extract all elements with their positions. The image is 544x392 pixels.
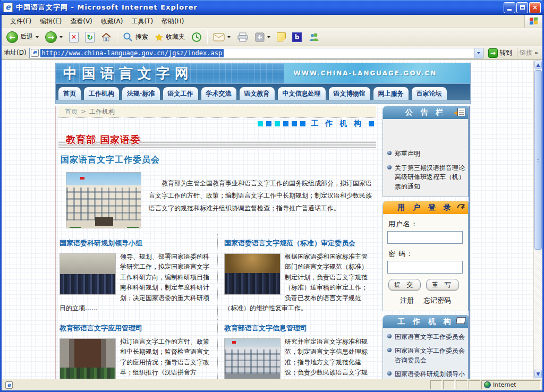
vertical-scrollbar[interactable]: ▲ ▼: [533, 60, 542, 379]
mail-dropdown-icon[interactable]: [227, 36, 231, 38]
tab-home[interactable]: 首页: [58, 87, 81, 100]
menu-file[interactable]: 文件(F): [6, 15, 36, 28]
org-link[interactable]: 国家语委科研规划领导小组: [387, 370, 465, 379]
register-link[interactable]: 注册: [400, 296, 414, 305]
org-link[interactable]: 国家语言文字工作委员会咨询委员会: [387, 346, 465, 365]
edit-dropdown-icon[interactable]: [267, 36, 270, 38]
forgot-password-link[interactable]: 忘记密码: [423, 296, 451, 305]
tab-forum[interactable]: 百家论坛: [411, 87, 447, 100]
tab-museum[interactable]: 语文博物馆: [328, 87, 371, 100]
messenger-button[interactable]: [305, 31, 322, 43]
marker-square: [275, 121, 280, 126]
org-title[interactable]: 教育部语言文字应用管理司: [60, 323, 212, 333]
scrollbar-thumb[interactable]: [534, 70, 542, 250]
scroll-up-button[interactable]: ▲: [534, 61, 542, 69]
marker-square: [283, 121, 288, 126]
tab-education[interactable]: 语文教育: [239, 87, 275, 100]
print-icon: [237, 32, 249, 42]
address-input[interactable]: e http://www.china-language.gov.cn/jgsz/…: [29, 48, 483, 58]
org-link[interactable]: 国家语言文字工作委员会: [387, 333, 465, 342]
toolbar-separator: [117, 31, 117, 44]
notes-button[interactable]: [274, 31, 288, 42]
search-button[interactable]: 搜索: [120, 31, 151, 44]
tab-language-work[interactable]: 语文工作: [163, 87, 199, 100]
home-button[interactable]: [98, 31, 114, 44]
tab-academic[interactable]: 学术交流: [201, 87, 237, 100]
menu-tools[interactable]: 工具(T): [127, 15, 157, 28]
back-dropdown-icon[interactable]: [36, 36, 39, 38]
org-cell: 教育部语言文字信息管理司 研究并审定语言文字标准和规范，制定语言文字信息处理标准…: [217, 319, 376, 379]
committee-title[interactable]: 国家语言文字工作委员会: [61, 155, 376, 166]
forward-icon: →: [45, 31, 57, 43]
org-title[interactable]: 教育部语言文字信息管理司: [224, 323, 371, 333]
links-chevron-icon[interactable]: »: [534, 49, 538, 56]
print-button[interactable]: [234, 31, 251, 43]
org-row-1: 国家语委科研规划领导小组 领导、规划、部署国家语委的科学研究工作，拟定国家语言文…: [58, 234, 376, 319]
menu-view[interactable]: 查看(V): [66, 15, 97, 28]
internet-globe-icon: [484, 381, 491, 388]
address-dropdown-button[interactable]: [474, 48, 483, 58]
stop-icon: ✕: [69, 32, 79, 42]
blue-b-button[interactable]: b: [290, 31, 304, 43]
maximize-button[interactable]: [516, 2, 528, 13]
tab-online-service[interactable]: 网上服务: [373, 87, 409, 100]
minimize-button[interactable]: [504, 2, 515, 13]
sidebar: 公 告 栏 郑重声明 关于第三期汉语拼音理论高级研修班返: [382, 106, 470, 379]
submit-button[interactable]: 提 交: [388, 279, 421, 291]
links-bar[interactable]: 链接 »: [517, 48, 540, 57]
webpage: 中国语言文字网 WWW.CHINA-LANGUAGE.GOV.CN 首页 工作机…: [55, 63, 471, 379]
close-button[interactable]: ×: [529, 2, 541, 13]
login-hand-icon: [457, 203, 465, 210]
username-input[interactable]: [387, 231, 463, 244]
org-title[interactable]: 国家语委语言文字规范（标准）审定委员会: [224, 238, 371, 248]
status-bar: e Internet: [2, 379, 542, 390]
site-logo: 中国语言文字网: [63, 64, 193, 83]
go-button[interactable]: → 转到: [486, 48, 514, 58]
announcement-item[interactable]: 关于第三期汉语拼音理论高级研修班返程车（机）票的通知: [387, 164, 465, 191]
windows-logo-icon: [524, 15, 542, 28]
nav-strip: [55, 100, 471, 104]
breadcrumb: 首页 > 工作机构: [58, 106, 376, 117]
password-input[interactable]: [387, 261, 463, 274]
menu-edit[interactable]: 编辑(E): [36, 15, 66, 28]
menu-help[interactable]: 帮助(H): [157, 15, 188, 28]
announcements-header: 公 告 栏: [383, 106, 468, 119]
bullet-icon: [387, 165, 392, 169]
breadcrumb-home[interactable]: 首页: [65, 107, 78, 116]
note-icon: [277, 32, 286, 41]
forward-button[interactable]: →: [42, 30, 65, 44]
ie-icon: e: [3, 3, 13, 12]
site-domain: WWW.CHINA-LANGUAGE.GOV.CN: [294, 70, 437, 77]
marker-square: [369, 121, 374, 126]
menu-favorites[interactable]: 收藏(A): [97, 15, 128, 28]
organizations-panel: 工 作 机 构 国家语言文字工作委员会 国家语言文字工作委员会咨询委员会 国家语…: [382, 315, 469, 379]
breadcrumb-current: 工作机构: [89, 107, 115, 116]
window-title: 中国语言文字网 - Microsoft Internet Explorer: [16, 3, 504, 12]
tab-organizations[interactable]: 工作机构: [83, 87, 120, 100]
marker-square: [292, 121, 297, 126]
refresh-button[interactable]: ↻: [82, 31, 97, 44]
edit-button[interactable]: [252, 31, 273, 43]
history-button[interactable]: [189, 31, 205, 44]
back-button[interactable]: ← 后退: [4, 30, 41, 44]
status-cell: [456, 380, 468, 389]
username-label: 用户名：: [388, 219, 464, 229]
stop-button[interactable]: ✕: [66, 31, 81, 44]
blue-b-icon: b: [292, 32, 302, 42]
reset-button[interactable]: 重 写: [426, 279, 458, 291]
page-viewport: 中国语言文字网 WWW.CHINA-LANGUAGE.GOV.CN 首页 工作机…: [2, 60, 542, 379]
scroll-down-button[interactable]: ▼: [534, 370, 542, 378]
announcement-item[interactable]: 郑重声明: [387, 149, 465, 158]
address-bar: 地址(D) e http://www.china-language.gov.cn…: [2, 46, 542, 60]
address-url[interactable]: http://www.china-language.gov.cn/jgsz/in…: [40, 49, 224, 57]
mail-button[interactable]: [210, 32, 233, 42]
forward-dropdown-icon[interactable]: [60, 36, 63, 38]
tab-info-processing[interactable]: 中文信息处理: [277, 87, 326, 100]
marker-square: [258, 121, 263, 126]
tab-regulations[interactable]: 法规·标准: [122, 87, 160, 100]
favorites-button[interactable]: ★ 收藏夹: [152, 31, 188, 43]
standard-toolbar: ← 后退 → ✕ ↻ 搜索 ★ 收藏夹: [2, 28, 542, 46]
org-title[interactable]: 国家语委科研规划领导小组: [60, 238, 212, 248]
edit-icon: [255, 32, 265, 42]
browser-window: e 中国语言文字网 - Microsoft Internet Explorer …: [0, 0, 544, 392]
